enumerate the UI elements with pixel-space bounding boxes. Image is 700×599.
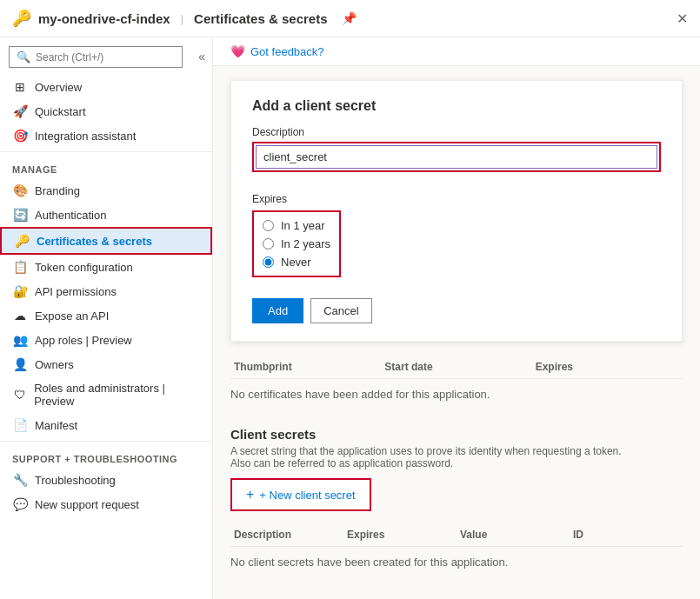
sidebar-item-support-request[interactable]: 💬 New support request [0, 492, 212, 516]
sidebar-label-overview: Overview [35, 81, 82, 94]
quickstart-icon: 🚀 [12, 104, 28, 118]
expires-outer-border: In 1 year In 2 years Never [252, 210, 341, 277]
sidebar-label-expose-api: Expose an API [35, 309, 109, 323]
sidebar-item-app-roles[interactable]: 👥 App roles | Preview [0, 328, 212, 352]
integration-icon: 🎯 [12, 129, 28, 143]
sidebar-label-roles-admins: Roles and administrators | Preview [34, 382, 200, 408]
new-secret-outer-border: + + New client secret [230, 478, 371, 511]
add-secret-dialog: Add a client secret Description Expires [230, 80, 683, 342]
secrets-col-desc: Description [230, 529, 343, 541]
sidebar-label-app-roles: App roles | Preview [35, 334, 132, 347]
sidebar-item-roles-admins[interactable]: 🛡 Roles and administrators | Preview [0, 376, 212, 413]
page-title: Certificates & secrets [194, 11, 327, 26]
sidebar-item-branding[interactable]: 🎨 Branding [0, 178, 212, 203]
sidebar-item-integration[interactable]: 🎯 Integration assistant [0, 123, 212, 148]
divider-support [0, 441, 212, 442]
support-request-icon: 💬 [12, 497, 28, 511]
sidebar-label-authentication: Authentication [35, 209, 106, 222]
radio-never[interactable]: Never [263, 256, 330, 269]
radio-1year-label: In 1 year [281, 219, 325, 232]
cert-col-thumbprint: Thumbprint [230, 361, 381, 373]
close-button[interactable]: ✕ [677, 10, 688, 27]
heart-icon: 💗 [230, 44, 245, 58]
radio-2years[interactable]: In 2 years [263, 237, 330, 250]
owners-icon: 👤 [12, 357, 28, 371]
dialog-title: Add a client secret [252, 98, 661, 114]
feedback-bar: 💗 Got feedback? [213, 37, 700, 66]
sidebar-label-support-request: New support request [35, 498, 139, 511]
sidebar-item-certificates[interactable]: 🔑 Certificates & secrets [0, 227, 212, 255]
description-input[interactable] [256, 145, 657, 169]
overview-icon: ⊞ [12, 80, 28, 94]
radio-never-input[interactable] [263, 256, 274, 268]
authentication-icon: 🔄 [12, 208, 28, 222]
title-bar: 🔑 my-onedrive-cf-index | Certificates & … [0, 0, 700, 37]
secrets-no-data: No client secrets have been created for … [230, 547, 683, 577]
sidebar-label-api-permissions: API permissions [35, 285, 117, 298]
sidebar-label-quickstart: Quickstart [35, 105, 86, 118]
sidebar-item-troubleshooting[interactable]: 🔧 Troubleshooting [0, 468, 212, 492]
new-client-secret-button[interactable]: + + New client secret [232, 480, 370, 509]
divider-manage [0, 151, 212, 152]
description-form-group: Description [252, 126, 661, 183]
branding-icon: 🎨 [12, 183, 28, 197]
app-icon: 🔑 [12, 9, 31, 28]
sidebar-item-token[interactable]: 📋 Token configuration [0, 255, 212, 279]
roles-admins-icon: 🛡 [12, 388, 27, 402]
radio-never-label: Never [281, 256, 311, 269]
search-box[interactable]: 🔍 [9, 46, 183, 68]
plus-icon: + [246, 487, 254, 502]
feedback-text[interactable]: Got feedback? [250, 45, 324, 58]
sidebar-label-troubleshooting: Troubleshooting [35, 474, 116, 487]
title-separator: | [181, 12, 183, 25]
sidebar: 🔍 « ⊞ Overview 🚀 Quickstart 🎯 Integratio… [0, 37, 213, 599]
sidebar-item-owners[interactable]: 👤 Owners [0, 352, 212, 376]
sidebar-label-integration: Integration assistant [35, 130, 136, 143]
expires-label: Expires [252, 193, 661, 205]
add-button[interactable]: Add [252, 298, 303, 323]
pin-icon[interactable]: 📌 [342, 11, 357, 25]
manage-section-label: Manage [0, 156, 212, 178]
sidebar-label-branding: Branding [35, 184, 80, 197]
description-label: Description [252, 126, 661, 138]
sidebar-item-expose-api[interactable]: ☁ Expose an API [0, 303, 212, 328]
radio-2years-input[interactable] [263, 238, 274, 250]
app-roles-icon: 👥 [12, 333, 28, 347]
search-input[interactable] [36, 51, 175, 63]
new-secret-label: + New client secret [259, 489, 355, 502]
cert-col-expires: Expires [532, 361, 683, 373]
sidebar-label-owners: Owners [35, 358, 74, 371]
description-outer-border [252, 142, 661, 172]
token-icon: 📋 [12, 260, 28, 274]
radio-1year-input[interactable] [263, 220, 274, 231]
client-secrets-section: Client secrets A secret string that the … [230, 427, 683, 577]
main-layout: 🔍 « ⊞ Overview 🚀 Quickstart 🎯 Integratio… [0, 37, 700, 599]
sidebar-item-quickstart[interactable]: 🚀 Quickstart [0, 99, 212, 123]
app-name: my-onedrive-cf-index [38, 11, 170, 26]
certificates-section: Thumbprint Start date Expires No certifi… [230, 356, 683, 409]
search-icon: 🔍 [17, 50, 30, 63]
sidebar-label-manifest: Manifest [35, 419, 77, 432]
expose-api-icon: ☁ [12, 309, 28, 323]
sidebar-item-api-permissions[interactable]: 🔐 API permissions [0, 279, 212, 303]
support-section-label: Support + Troubleshooting [0, 445, 212, 468]
sidebar-item-authentication[interactable]: 🔄 Authentication [0, 203, 212, 227]
secrets-heading: Client secrets [230, 427, 683, 442]
secrets-col-value: Value [457, 529, 570, 541]
manifest-icon: 📄 [12, 418, 28, 432]
cancel-button[interactable]: Cancel [310, 298, 371, 323]
collapse-button[interactable]: « [191, 46, 212, 67]
cert-table-header: Thumbprint Start date Expires [230, 356, 683, 379]
secrets-col-expires: Expires [343, 529, 457, 541]
content-inner: Add a client secret Description Expires [213, 66, 700, 599]
cert-col-start: Start date [381, 361, 531, 373]
secrets-description: A secret string that the application use… [230, 445, 683, 469]
sidebar-item-manifest[interactable]: 📄 Manifest [0, 413, 212, 437]
sidebar-label-certificates: Certificates & secrets [37, 235, 152, 248]
radio-2years-label: In 2 years [281, 237, 330, 250]
certificates-icon: 🔑 [14, 234, 30, 248]
radio-1year[interactable]: In 1 year [263, 219, 330, 232]
sidebar-item-overview[interactable]: ⊞ Overview [0, 75, 212, 99]
dialog-button-row: Add Cancel [252, 298, 661, 323]
secrets-table-header: Description Expires Value ID [230, 523, 683, 547]
